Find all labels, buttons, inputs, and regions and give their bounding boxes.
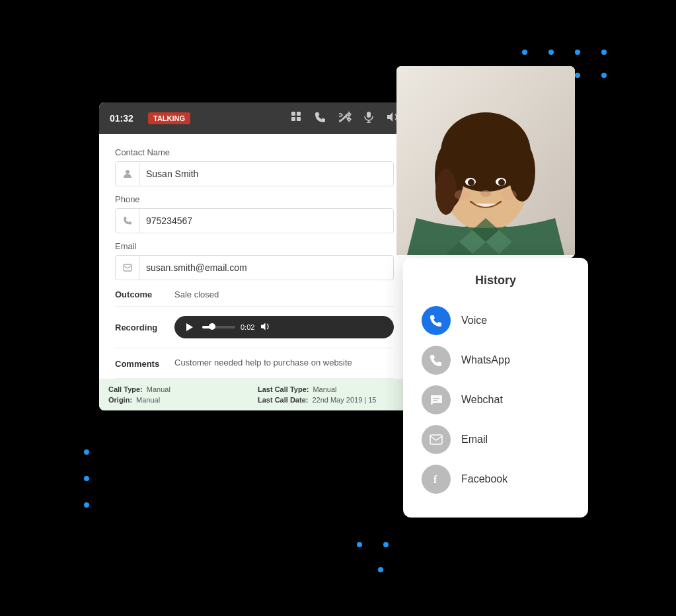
svg-rect-29 — [124, 264, 131, 271]
webchat-label: Webchat — [461, 394, 503, 406]
comments-label: Comments — [115, 358, 174, 369]
progress-bar[interactable] — [202, 326, 235, 328]
play-button[interactable] — [182, 320, 197, 334]
phone-input[interactable] — [139, 210, 393, 231]
facebook-label: Facebook — [461, 473, 507, 485]
call-timer: 01:32 — [110, 113, 135, 124]
last-call-type-val: Manual — [313, 385, 336, 393]
history-item-email[interactable]: Email — [422, 420, 570, 459]
dot-7 — [84, 449, 89, 455]
phone-label: Phone — [115, 194, 394, 204]
voice-icon-circle — [422, 306, 451, 335]
svg-point-13 — [498, 179, 505, 186]
email-label: Email — [115, 241, 394, 251]
progress-thumb — [209, 323, 215, 330]
origin-key: Origin: — [108, 396, 132, 404]
microphone-icon[interactable] — [363, 111, 374, 126]
talking-badge: talking — [148, 112, 190, 124]
last-call-date-key: Last Call Date: — [258, 396, 308, 404]
top-bar: 01:32 talking — [99, 102, 410, 134]
top-bar-icons — [291, 111, 399, 126]
webchat-icon-circle — [422, 385, 451, 414]
email-input-icon — [116, 256, 139, 280]
dot-12 — [378, 567, 383, 572]
phone-field[interactable] — [115, 208, 394, 233]
svg-rect-22 — [297, 112, 301, 116]
contact-name-input[interactable] — [139, 163, 393, 184]
phone-input-icon — [116, 209, 139, 233]
svg-rect-30 — [433, 398, 439, 399]
last-call-type-item: Last Call Type: Manual — [258, 385, 400, 393]
svg-rect-21 — [291, 112, 295, 116]
person-icon — [116, 162, 139, 186]
email-input[interactable] — [139, 257, 393, 278]
history-item-webchat[interactable]: Webchat — [422, 380, 570, 420]
volume-icon[interactable] — [260, 322, 270, 333]
dot-5 — [575, 73, 580, 78]
facebook-icon-circle: f — [422, 465, 451, 494]
dot-8 — [84, 476, 89, 481]
last-call-type-key: Last Call Type: — [258, 385, 309, 393]
svg-rect-25 — [367, 112, 371, 118]
form-body: Contact Name Phone Email — [99, 134, 410, 379]
audio-time: 0:02 — [241, 323, 254, 331]
contact-name-label: Contact Name — [115, 147, 394, 157]
phone-icon[interactable] — [315, 111, 326, 126]
dot-10 — [357, 542, 362, 547]
comments-value: Customer needed help to purchase on webs… — [174, 358, 394, 367]
comments-row: Comments Customer needed help to purchas… — [115, 348, 394, 379]
dot-3 — [575, 50, 580, 55]
call-type-val: Manual — [147, 385, 170, 393]
history-item-whatsapp[interactable]: WhatsApp — [422, 340, 570, 380]
svg-point-15 — [455, 190, 470, 200]
email-field[interactable] — [115, 255, 394, 280]
svg-point-12 — [468, 179, 474, 186]
origin-val: Manual — [136, 396, 160, 404]
recording-label: Recording — [115, 323, 174, 332]
outcome-label: Outcome — [115, 289, 174, 299]
history-panel: History Voice WhatsApp Webchat — [403, 258, 588, 518]
svg-rect-32 — [430, 435, 442, 444]
audio-player[interactable]: 0:02 — [174, 316, 394, 338]
voice-label: Voice — [461, 315, 487, 327]
grid-icon[interactable] — [291, 111, 303, 126]
play-triangle-icon — [186, 323, 193, 331]
svg-point-14 — [480, 190, 491, 197]
email-history-label: Email — [461, 434, 488, 445]
call-type-key: Call Type: — [108, 385, 143, 393]
dot-11 — [383, 542, 389, 547]
whatsapp-label: WhatsApp — [461, 354, 510, 366]
dot-4 — [601, 50, 607, 55]
svg-point-28 — [126, 170, 130, 174]
email-icon-circle — [422, 425, 451, 454]
svg-point-9 — [435, 169, 457, 215]
origin-item: Origin: Manual — [108, 396, 251, 404]
outcome-row: Outcome Sale closed — [115, 280, 394, 307]
svg-text:f: f — [433, 474, 437, 485]
dot-9 — [84, 502, 89, 508]
whatsapp-icon-circle — [422, 346, 451, 375]
last-call-date-val: 22nd May 2019 | 15 — [312, 396, 376, 404]
history-title: History — [422, 274, 570, 288]
last-call-date-item: Last Call Date: 22nd May 2019 | 15 — [258, 396, 400, 404]
footer-info: Call Type: Manual Last Call Type: Manual… — [99, 379, 410, 410]
call-type-item: Call Type: Manual — [108, 385, 251, 393]
profile-photo — [396, 66, 575, 258]
dot-6 — [601, 73, 607, 78]
crm-panel: 01:32 talking — [99, 102, 410, 410]
dot-2 — [548, 50, 554, 55]
contact-name-field[interactable] — [115, 161, 394, 186]
history-item-facebook[interactable]: f Facebook — [422, 459, 570, 499]
history-item-voice[interactable]: Voice — [422, 301, 570, 340]
svg-rect-31 — [433, 400, 437, 401]
svg-point-16 — [501, 190, 517, 200]
outcome-value: Sale closed — [174, 289, 219, 299]
recording-row: Recording 0:02 — [115, 307, 394, 348]
svg-rect-24 — [297, 117, 301, 121]
svg-rect-23 — [291, 117, 295, 121]
dot-1 — [522, 50, 527, 55]
shuffle-icon[interactable] — [338, 111, 352, 126]
audio-progress[interactable] — [202, 326, 235, 328]
